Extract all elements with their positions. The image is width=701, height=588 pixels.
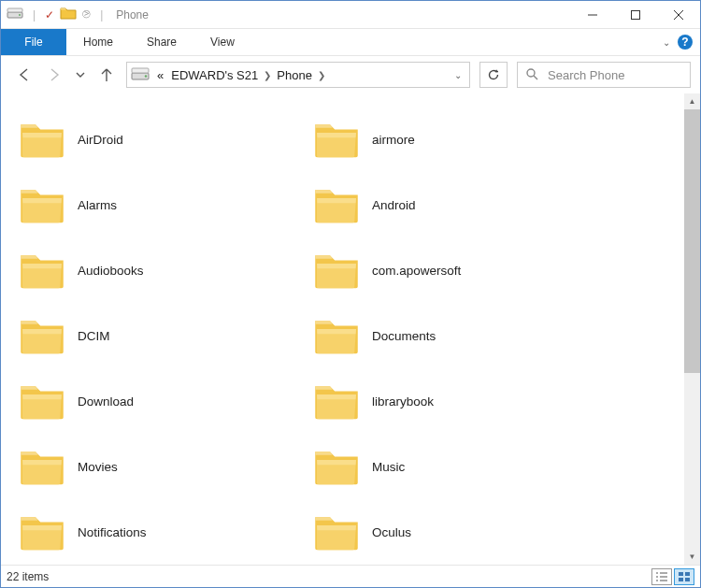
folder-label: Audiobooks <box>78 264 144 278</box>
navigation-bar: « EDWARD's S21 ❯ Phone ❯ ⌄ <box>1 56 700 93</box>
ribbon-tabs: File Home Share View ⌄ ? <box>1 29 700 56</box>
svg-rect-21 <box>685 578 690 581</box>
folder-label: Alarms <box>78 198 117 212</box>
tab-share[interactable]: Share <box>130 29 193 55</box>
folder-view[interactable]: AirDroid Alarms Audiobooks DCIM Download… <box>1 93 684 565</box>
svg-rect-18 <box>679 572 683 576</box>
address-dropdown-icon[interactable]: ⌄ <box>454 70 462 80</box>
folder-icon <box>310 113 363 165</box>
svg-point-2 <box>19 14 21 16</box>
file-tab[interactable]: File <box>1 29 66 55</box>
search-box[interactable] <box>517 62 691 88</box>
folder-icon <box>310 179 363 231</box>
folder-label: Download <box>78 394 134 409</box>
status-bar: 22 items <box>1 565 700 587</box>
svg-rect-19 <box>685 572 690 576</box>
tab-home[interactable]: Home <box>66 29 130 55</box>
folder-item[interactable]: com.apowersoft <box>308 237 603 303</box>
svg-point-10 <box>527 69 535 77</box>
folder-label: Android <box>372 198 416 212</box>
chevron-right-icon[interactable]: ❯ <box>316 70 327 80</box>
folder-label: Notifications <box>78 525 147 539</box>
folder-icon <box>16 179 68 231</box>
folder-icon <box>16 113 68 165</box>
separator: | <box>33 8 36 22</box>
breadcrumb-overflow[interactable]: « <box>153 68 167 82</box>
svg-rect-20 <box>679 578 683 581</box>
folder-item[interactable]: AirDroid <box>14 107 308 172</box>
folder-item[interactable]: Movies <box>14 434 308 499</box>
svg-rect-1 <box>7 8 22 12</box>
folder-icon <box>310 506 363 558</box>
properties-checkmark-icon[interactable]: ✓ <box>45 8 54 22</box>
folder-item[interactable]: Oculus <box>308 499 603 565</box>
folder-label: AirDroid <box>78 133 123 147</box>
scroll-up-icon[interactable]: ▲ <box>684 93 700 109</box>
up-button[interactable] <box>96 65 117 85</box>
ribbon-collapse-icon[interactable]: ⌄ <box>663 37 670 48</box>
item-count: 22 items <box>7 570 49 583</box>
forward-button[interactable] <box>44 65 64 85</box>
folder-icon <box>310 375 363 427</box>
address-bar[interactable]: « EDWARD's S21 ❯ Phone ❯ ⌄ <box>126 62 470 88</box>
qat-dropdown-icon[interactable]: ⧁ <box>82 8 91 21</box>
folder-label: Oculus <box>372 525 411 539</box>
refresh-button[interactable] <box>479 62 508 88</box>
search-icon <box>525 67 538 83</box>
help-icon[interactable]: ? <box>678 35 693 50</box>
details-view-button[interactable] <box>651 568 672 585</box>
folder-label: Movies <box>78 460 118 474</box>
folder-item[interactable]: Documents <box>308 303 603 368</box>
folder-item[interactable]: Alarms <box>14 172 308 237</box>
folder-icon <box>310 244 363 296</box>
quick-access-toolbar: | ✓ ⧁ | Phone <box>1 1 149 28</box>
maximize-button[interactable] <box>614 1 657 28</box>
folder-item[interactable]: Notifications <box>14 499 308 565</box>
folder-icon <box>16 309 68 362</box>
folder-icon <box>16 440 68 493</box>
folder-icon <box>310 309 363 362</box>
folder-icon <box>16 506 68 558</box>
scroll-track[interactable] <box>684 109 700 549</box>
folder-icon <box>16 244 68 296</box>
folder-item[interactable]: librarybook <box>308 368 603 434</box>
folder-label: airmore <box>372 133 415 147</box>
close-button[interactable] <box>657 1 700 28</box>
svg-rect-8 <box>132 68 149 73</box>
minimize-button[interactable] <box>571 1 614 28</box>
svg-point-9 <box>145 75 147 77</box>
search-input[interactable] <box>546 67 701 83</box>
folder-label: Music <box>372 460 405 474</box>
title-bar: | ✓ ⧁ | Phone <box>1 1 700 29</box>
content-area: AirDroid Alarms Audiobooks DCIM Download… <box>1 93 700 565</box>
separator: | <box>100 8 103 22</box>
window-title: Phone <box>116 8 149 22</box>
breadcrumb-parent[interactable]: EDWARD's S21 <box>171 68 258 82</box>
folder-item[interactable]: DCIM <box>14 303 308 368</box>
scroll-thumb[interactable] <box>684 109 700 373</box>
tab-view[interactable]: View <box>193 29 251 55</box>
window-controls <box>571 1 700 28</box>
drive-icon <box>7 7 23 22</box>
folder-item[interactable]: Android <box>308 172 603 237</box>
chevron-right-icon[interactable]: ❯ <box>262 70 273 80</box>
large-icons-view-button[interactable] <box>674 568 694 585</box>
folder-item[interactable]: Audiobooks <box>14 237 308 303</box>
folder-icon <box>310 440 363 493</box>
folder-small-icon[interactable] <box>60 6 77 23</box>
vertical-scrollbar[interactable]: ▲ ▼ <box>684 93 700 565</box>
folder-label: librarybook <box>372 394 434 409</box>
folder-item[interactable]: airmore <box>308 107 603 172</box>
folder-icon <box>16 375 68 427</box>
folder-item[interactable]: Music <box>308 434 603 499</box>
folder-item[interactable]: Download <box>14 368 308 434</box>
drive-icon <box>131 66 150 84</box>
svg-rect-4 <box>632 10 640 19</box>
scroll-down-icon[interactable]: ▼ <box>684 549 700 565</box>
svg-line-11 <box>534 76 537 79</box>
folder-label: Documents <box>372 329 436 343</box>
folder-label: com.apowersoft <box>372 264 461 278</box>
recent-locations-button[interactable] <box>74 65 87 85</box>
back-button[interactable] <box>14 65 35 85</box>
breadcrumb-current[interactable]: Phone <box>277 68 312 82</box>
